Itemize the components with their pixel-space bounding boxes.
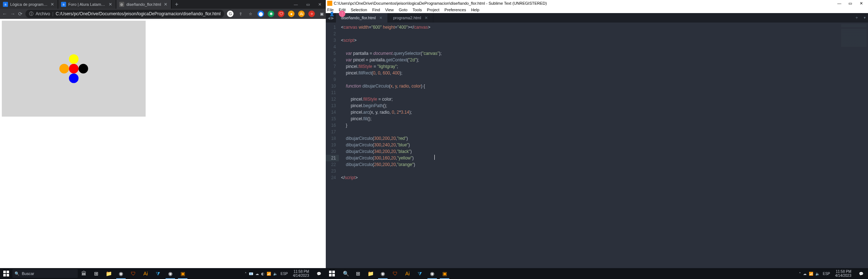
- code-line[interactable]: pincel.fillRect(0, 0, 600, 400);: [341, 70, 868, 76]
- toolbar-icon[interactable]: ✱: [268, 11, 274, 17]
- line-number[interactable]: 19: [326, 142, 336, 148]
- taskbar-search[interactable]: 🔍 Buscar: [12, 269, 78, 278]
- taskbar-app-illustrator[interactable]: Ai: [401, 268, 414, 279]
- minimap[interactable]: [841, 24, 867, 57]
- back-button[interactable]: ←: [2, 11, 7, 17]
- taskbar-app-illustrator[interactable]: Ai: [139, 268, 152, 279]
- taskbar-app-brave[interactable]: 🛡: [389, 268, 401, 279]
- menu-item-find[interactable]: Find: [372, 8, 380, 12]
- toolbar-icon[interactable]: ⬤: [257, 11, 264, 17]
- code-line[interactable]: }: [341, 122, 868, 129]
- toolbar-icon[interactable]: Ai: [298, 11, 305, 17]
- sublime-maximize-button[interactable]: ▭: [845, 1, 856, 6]
- code-line[interactable]: [341, 129, 868, 135]
- menu-item-project[interactable]: Project: [427, 8, 439, 12]
- tray-icon[interactable]: 🔈: [273, 272, 277, 276]
- taskbar-app-vscode[interactable]: ⧩: [414, 268, 426, 279]
- toolbar-icon[interactable]: 👤: [329, 11, 335, 17]
- line-number[interactable]: 1: [326, 24, 336, 31]
- toolbar-icon[interactable]: ●: [288, 11, 295, 17]
- line-number[interactable]: 23: [326, 168, 336, 174]
- code-line[interactable]: dibujarCirculo(300,200,20,"red"): [341, 135, 868, 142]
- tray-notifications[interactable]: 💬: [314, 272, 324, 276]
- line-number[interactable]: 3: [326, 37, 336, 44]
- start-button[interactable]: [326, 268, 338, 279]
- code-line[interactable]: var pincel = pantalla.getContext("2d");: [341, 57, 868, 63]
- tray-icon[interactable]: ☁: [255, 272, 259, 276]
- code-area[interactable]: <canvas width="600" height="400"></canva…: [339, 23, 868, 272]
- tab-close-icon[interactable]: ✕: [108, 2, 113, 7]
- menu-item-view[interactable]: View: [385, 8, 394, 12]
- taskbar-app-chrome-2[interactable]: ◉: [426, 268, 438, 279]
- toolbar-icon[interactable]: ✧: [308, 11, 315, 17]
- toolbar-icon[interactable]: G: [227, 11, 234, 17]
- taskbar-app-brave[interactable]: 🛡: [127, 268, 139, 279]
- code-line[interactable]: function dibujarCirculo(x, y, radio, col…: [341, 83, 868, 89]
- sublime-editor[interactable]: 123456789101112131415161718192021222324 …: [326, 23, 868, 272]
- tab-close-icon[interactable]: ✕: [50, 2, 55, 7]
- tray-icon[interactable]: ˄: [245, 272, 247, 276]
- line-number[interactable]: 11: [326, 89, 336, 96]
- line-number[interactable]: 10: [326, 83, 336, 89]
- line-number[interactable]: 24: [326, 174, 336, 181]
- line-number[interactable]: 14: [326, 109, 336, 116]
- taskbar-app-file-explorer[interactable]: 📁: [102, 268, 115, 279]
- forward-button[interactable]: →: [10, 11, 15, 17]
- code-line[interactable]: pincel.beginPath();: [341, 102, 868, 109]
- taskbar-app-file-explorer[interactable]: 📁: [364, 268, 377, 279]
- taskbar-app-vscode[interactable]: ⧩: [152, 268, 164, 279]
- taskbar-app-sublime[interactable]: ▣: [438, 268, 451, 279]
- code-line[interactable]: </script>: [341, 174, 868, 181]
- chrome-minimize-button[interactable]: —: [290, 0, 302, 9]
- taskbar-app-chrome[interactable]: ◉: [377, 268, 389, 279]
- toolbar-icon[interactable]: ⋮: [339, 11, 345, 17]
- chrome-new-tab-button[interactable]: +: [171, 0, 182, 9]
- code-line[interactable]: [341, 44, 868, 50]
- menu-item-selection[interactable]: Selection: [351, 8, 367, 12]
- code-line[interactable]: dibujarCirculo(300,160,20,"yellow"): [341, 155, 868, 161]
- toolbar-icon[interactable]: 🛡: [278, 11, 284, 17]
- tab-close-icon[interactable]: ✕: [163, 2, 168, 7]
- tray-icon[interactable]: 📧: [249, 272, 253, 276]
- line-number[interactable]: 5: [326, 50, 336, 57]
- code-line[interactable]: dibujarCirculo(300,240,20,"blue"): [341, 142, 868, 148]
- line-number[interactable]: 16: [326, 122, 336, 129]
- sublime-new-tab-button[interactable]: +: [852, 13, 861, 23]
- line-number[interactable]: 7: [326, 63, 336, 70]
- tray-icon[interactable]: ˄: [799, 272, 801, 276]
- editor-tab-close-icon[interactable]: ✕: [379, 16, 382, 20]
- sublime-minimize-button[interactable]: —: [834, 1, 845, 6]
- code-line[interactable]: pincel.fill();: [341, 116, 868, 122]
- taskbar-app-sublime[interactable]: ▣: [177, 268, 189, 279]
- tray-lang[interactable]: ESP: [280, 272, 288, 276]
- sublime-tab-dropdown[interactable]: ▼: [861, 13, 868, 23]
- line-number[interactable]: 12: [326, 96, 336, 102]
- address-bar[interactable]: ⓘ Archivo | C:/Users/pc/OneDrive/Documen…: [25, 10, 224, 18]
- reload-button[interactable]: ⟳: [18, 11, 23, 17]
- taskbar-app-chrome-2[interactable]: ◉: [164, 268, 177, 279]
- editor-tab[interactable]: programa2.html✕: [388, 13, 433, 23]
- line-number[interactable]: 22: [326, 161, 336, 168]
- tray-icon[interactable]: ☁: [803, 272, 807, 276]
- menu-item-help[interactable]: Help: [471, 8, 479, 12]
- start-button[interactable]: [0, 268, 12, 279]
- taskbar-app-task-view[interactable]: ⊞: [90, 268, 102, 279]
- tray-icon[interactable]: 📶: [809, 272, 813, 276]
- taskbar-search-icon[interactable]: 🔍: [340, 268, 352, 279]
- sublime-titlebar[interactable]: C:\Users\pc\OneDrive\Documentos\jeison\l…: [326, 0, 868, 7]
- toolbar-icon[interactable]: ☆: [247, 11, 254, 17]
- tray-icon[interactable]: 📶: [267, 272, 271, 276]
- chrome-tab[interactable]: ◎ diseñando_flor.html ✕: [116, 0, 171, 9]
- menu-item-preferences[interactable]: Preferences: [445, 8, 466, 12]
- chrome-close-button[interactable]: ✕: [314, 0, 326, 9]
- tray-icon[interactable]: 🔈: [815, 272, 820, 276]
- code-line[interactable]: var pantalla = document.querySelector("c…: [341, 50, 868, 57]
- tray-clock[interactable]: 11:58 PM 4/14/2023: [291, 270, 312, 278]
- chrome-maximize-button[interactable]: ▭: [302, 0, 314, 9]
- code-line[interactable]: <canvas width="600" height="400"></canva…: [341, 24, 868, 31]
- line-number[interactable]: 4: [326, 44, 336, 50]
- line-gutter[interactable]: 123456789101112131415161718192021222324: [326, 23, 339, 272]
- code-line[interactable]: pincel.fillStyle = "lightgray";: [341, 63, 868, 70]
- menu-item-tools[interactable]: Tools: [413, 8, 422, 12]
- line-number[interactable]: 9: [326, 76, 336, 83]
